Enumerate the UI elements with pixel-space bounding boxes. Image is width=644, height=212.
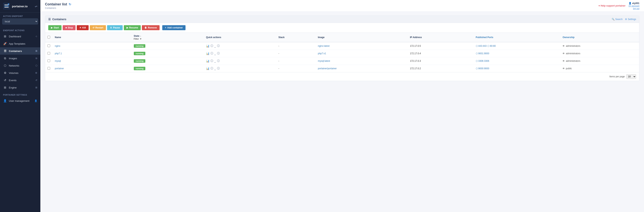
quick-actions-1: 📊 ⓘ _ ⓘ	[206, 52, 274, 55]
sidebar-item-label-events: Events	[9, 79, 16, 82]
ownership-icon-0: 👁	[562, 45, 565, 47]
ownership-1: 👁administrators	[560, 50, 639, 57]
add-container-button[interactable]: + Add container	[162, 25, 186, 30]
row-checkbox-0[interactable]	[48, 45, 50, 47]
sidebar-item-app-templates[interactable]: 🚀 App Templates	[0, 40, 40, 47]
pause-button[interactable]: ⏸ Pause	[107, 25, 122, 30]
stack-2: -	[276, 57, 316, 65]
published-ports-2: ⬡ 3306:3306	[474, 57, 560, 65]
panel-header-left: ☰ Containers	[48, 18, 66, 21]
items-per-page-bar: Items per page 10 25 50 100	[45, 72, 639, 81]
logs-icon-0[interactable]: ⓘ	[217, 44, 220, 48]
info-icon-3[interactable]: ⓘ	[210, 67, 213, 70]
remove-button[interactable]: 🗑 Remove	[142, 25, 160, 30]
port-link-0[interactable]: ⬡ 80:80	[487, 45, 496, 47]
th-image: Image	[316, 33, 408, 42]
sidebar-item-networks[interactable]: ⬡ Networks ⬡	[0, 62, 40, 69]
sidebar-item-engine[interactable]: ⊞ Engine ⊞	[0, 84, 40, 91]
endpoint-select[interactable]: local	[2, 19, 38, 25]
sidebar-item-user-management[interactable]: 👤 User management 👤	[0, 97, 40, 104]
containers-panel: ☰ Containers 🔍 Search ⚙ Settings	[45, 16, 640, 81]
sidebar-toggle-icon[interactable]: ⇌	[35, 5, 37, 8]
logs-icon-3[interactable]: ⓘ	[217, 67, 220, 70]
restart-button[interactable]: ↺ Restart	[90, 25, 106, 30]
images-icon: ⧉	[3, 57, 7, 60]
logs-icon-2[interactable]: ⓘ	[217, 59, 220, 63]
sidebar-item-dashboard[interactable]: ⊞ Dashboard ⊹	[0, 33, 40, 40]
search-button[interactable]: 🔍 Search	[612, 18, 623, 21]
help-support[interactable]: ♥ Help support portainer	[598, 5, 625, 7]
stop-icon: ■	[65, 26, 67, 29]
my-account-link[interactable]: my account	[628, 5, 640, 7]
image-link-1[interactable]: php7:v1	[318, 52, 326, 55]
quick-actions-2: 📊 ⓘ _ ⓘ	[206, 59, 274, 63]
stop-button[interactable]: ■ Stop	[63, 25, 76, 30]
info-icon-0[interactable]: ⓘ	[210, 44, 213, 48]
state-sort-icon[interactable]: ↕	[140, 35, 141, 37]
ownership-3: 👁public	[560, 65, 639, 72]
sidebar-item-volumes[interactable]: ⚙ Volumes ⚙	[0, 69, 40, 77]
images-ext-icon: ⧉	[36, 57, 37, 60]
ownership-icon-1: 👁	[562, 52, 565, 55]
state-badge-2: running	[134, 59, 146, 63]
port-link-1[interactable]: ⬡ 9001:9000	[476, 52, 489, 55]
search-icon: 🔍	[612, 18, 614, 21]
panel-header: ☰ Containers 🔍 Search ⚙ Settings	[45, 16, 639, 23]
port-link-3[interactable]: ⬡ 9000:9000	[476, 67, 489, 70]
kill-icon: ✕	[80, 26, 81, 29]
sidebar-item-containers[interactable]: ☰ Containers ⊞	[0, 47, 40, 55]
image-link-2[interactable]: mysql:latest	[318, 60, 330, 62]
port-link-2[interactable]: ⬡ 3306:3306	[476, 60, 489, 62]
image-link-0[interactable]: nginx:latest	[318, 45, 330, 47]
sidebar-item-events[interactable]: ↺ Events ↺	[0, 77, 40, 84]
table-header-row: Name State ↕ Filter ▼	[45, 33, 639, 42]
sidebar-item-images[interactable]: ⧉ Images ⧉	[0, 55, 40, 62]
settings-icon: ⚙	[625, 18, 627, 21]
info-icon-2[interactable]: ⓘ	[210, 59, 213, 63]
items-per-page-select[interactable]: 10 25 50 100	[626, 74, 636, 79]
exec-icon-2[interactable]: _	[214, 59, 216, 63]
row-checkbox-2[interactable]	[48, 59, 50, 62]
refresh-icon[interactable]: ↻	[69, 3, 71, 6]
published-ports-1: ⬡ 9001:9000	[474, 50, 560, 57]
stats-icon-1[interactable]: 📊	[206, 52, 209, 55]
stats-icon-2[interactable]: 📊	[206, 59, 209, 63]
kill-button[interactable]: ✕ Kill	[77, 25, 88, 30]
containers-icon: ☰	[3, 49, 7, 53]
exec-icon-3[interactable]: _	[214, 67, 216, 70]
th-ownership: Ownership	[560, 33, 639, 42]
row-checkbox-3[interactable]	[48, 67, 50, 70]
exec-icon-1[interactable]: _	[214, 52, 216, 55]
table-row: nginxrunning 📊 ⓘ _ ⓘ -nginx:latest172.17…	[45, 42, 639, 50]
stats-icon-3[interactable]: 📊	[206, 67, 209, 70]
table-body: nginxrunning 📊 ⓘ _ ⓘ -nginx:latest172.17…	[45, 42, 639, 72]
container-name-3[interactable]: portainer	[55, 67, 64, 70]
logs-icon-1[interactable]: ⓘ	[217, 52, 220, 55]
image-link-3[interactable]: portainer/portainer	[318, 67, 336, 70]
start-button[interactable]: ▶ Start	[48, 25, 62, 30]
resume-button[interactable]: ▶ Resume	[124, 25, 141, 30]
events-ext-icon: ↺	[35, 79, 37, 82]
dashboard-ext-icon: ⊹	[35, 35, 37, 38]
container-name-0[interactable]: nginx	[55, 45, 60, 47]
networks-icon: ⬡	[3, 64, 7, 67]
container-name-2[interactable]: mysql	[55, 60, 61, 62]
panel-header-title: Containers	[52, 18, 66, 21]
row-checkbox-1[interactable]	[48, 52, 50, 55]
topbar-links: my account log out	[628, 5, 640, 10]
user-mgmt-icon: 👤	[3, 99, 7, 103]
info-icon-1[interactable]: ⓘ	[210, 52, 213, 55]
engine-icon: ⊞	[3, 86, 7, 89]
container-name-1[interactable]: php7.1	[55, 52, 62, 55]
filter-icon[interactable]: ▼	[140, 38, 142, 40]
remove-icon: 🗑	[144, 26, 147, 29]
settings-button[interactable]: ⚙ Settings	[625, 18, 636, 21]
log-out-link[interactable]: log out	[633, 7, 640, 10]
sidebar-item-label-engine: Engine	[9, 86, 16, 89]
user-area: 👤 ety001 my account log out	[628, 2, 640, 10]
stats-icon-0[interactable]: 📊	[206, 45, 209, 48]
port-link-0[interactable]: ⬡ 443:443	[476, 45, 487, 47]
ip-address-2: 172.17.0.3	[408, 57, 473, 65]
exec-icon-0[interactable]: _	[214, 45, 216, 48]
select-all-checkbox[interactable]	[48, 36, 50, 39]
